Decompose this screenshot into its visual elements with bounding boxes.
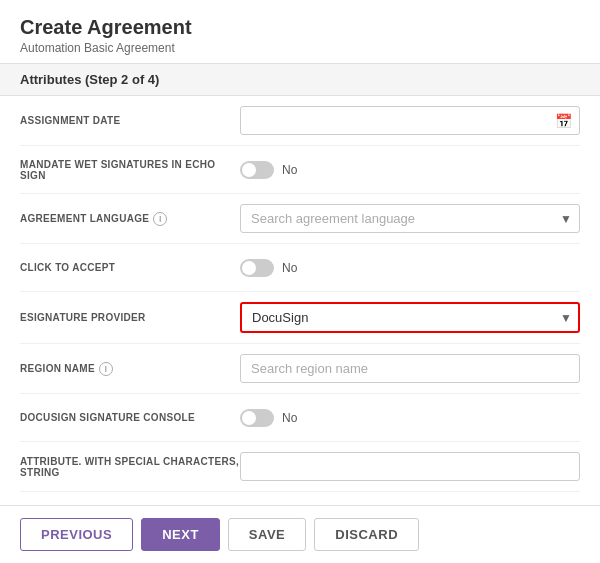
form-row-mandate-wet: MANDATE WET SIGNATURES IN ECHO SIGN No — [20, 146, 580, 194]
form-row-agreement-language: AGREEMENT LANGUAGE i Search agreement la… — [20, 194, 580, 244]
toggle-label-docusign: No — [282, 411, 297, 425]
form-row-attribute-special: ATTRIBUTE. WITH SPECIAL CHARACTERS, STRI… — [20, 442, 580, 492]
attribute-special-input[interactable] — [240, 452, 580, 481]
toggle-knob-mandate — [242, 163, 256, 177]
control-agreement-language: Search agreement language ▼ — [240, 204, 580, 233]
label-esignature: ESIGNATURE PROVIDER — [20, 312, 240, 323]
step-header: Attributes (Step 2 of 4) — [0, 63, 600, 96]
label-click-accept: CLICK TO ACCEPT — [20, 262, 240, 273]
info-icon-agreement-language[interactable]: i — [153, 212, 167, 226]
toggle-wrapper-click: No — [240, 259, 580, 277]
control-docusign-console: No — [240, 409, 580, 427]
page-subtitle: Automation Basic Agreement — [20, 41, 580, 55]
toggle-docusign-console[interactable] — [240, 409, 274, 427]
label-mandate-wet: MANDATE WET SIGNATURES IN ECHO SIGN — [20, 159, 240, 181]
label-assignment-date: ASSIGNMENT DATE — [20, 115, 240, 126]
label-docusign-console: DOCUSIGN SIGNATURE CONSOLE — [20, 412, 240, 423]
info-icon-region[interactable]: i — [99, 362, 113, 376]
date-input-wrapper: 📅 — [240, 106, 580, 135]
page-title: Create Agreement — [20, 16, 580, 39]
toggle-click-accept[interactable] — [240, 259, 274, 277]
form-row-docusign-console: DOCUSIGN SIGNATURE CONSOLE No — [20, 394, 580, 442]
page-header: Create Agreement Automation Basic Agreem… — [0, 0, 600, 63]
previous-button[interactable]: PREVIOUS — [20, 518, 133, 551]
page-container: Create Agreement Automation Basic Agreem… — [0, 0, 600, 563]
form-area: ASSIGNMENT DATE 📅 MANDATE WET SIGNATURES… — [0, 96, 600, 505]
discard-button[interactable]: DISCARD — [314, 518, 419, 551]
control-esignature: DocuSign ▼ — [240, 302, 580, 333]
toggle-label-mandate: No — [282, 163, 297, 177]
toggle-knob-docusign — [242, 411, 256, 425]
toggle-label-click: No — [282, 261, 297, 275]
toggle-wrapper-docusign: No — [240, 409, 580, 427]
next-button[interactable]: NEXT — [141, 518, 220, 551]
toggle-wrapper-mandate: No — [240, 161, 580, 179]
form-row-region-name: REGION NAME i — [20, 344, 580, 394]
control-click-accept: No — [240, 259, 580, 277]
save-button[interactable]: SAVE — [228, 518, 306, 551]
label-attribute-special: ATTRIBUTE. WITH SPECIAL CHARACTERS, STRI… — [20, 456, 240, 478]
esignature-provider-select[interactable]: DocuSign — [240, 302, 580, 333]
form-row-assignment-date: ASSIGNMENT DATE 📅 — [20, 96, 580, 146]
assignment-date-input[interactable] — [240, 106, 580, 135]
agreement-language-select[interactable]: Search agreement language — [240, 204, 580, 233]
form-row-click-accept: CLICK TO ACCEPT No — [20, 244, 580, 292]
select-wrapper-esignature: DocuSign ▼ — [240, 302, 580, 333]
label-region-name: REGION NAME i — [20, 362, 240, 376]
toggle-mandate-wet[interactable] — [240, 161, 274, 179]
footer: PREVIOUS NEXT SAVE DISCARD — [0, 505, 600, 563]
label-agreement-language: AGREEMENT LANGUAGE i — [20, 212, 240, 226]
control-assignment-date: 📅 — [240, 106, 580, 135]
control-attribute-special — [240, 452, 580, 481]
region-name-input[interactable] — [240, 354, 580, 383]
control-mandate-wet: No — [240, 161, 580, 179]
form-row-esignature: ESIGNATURE PROVIDER DocuSign ▼ — [20, 292, 580, 344]
toggle-knob-click — [242, 261, 256, 275]
control-region-name — [240, 354, 580, 383]
select-wrapper-language: Search agreement language ▼ — [240, 204, 580, 233]
